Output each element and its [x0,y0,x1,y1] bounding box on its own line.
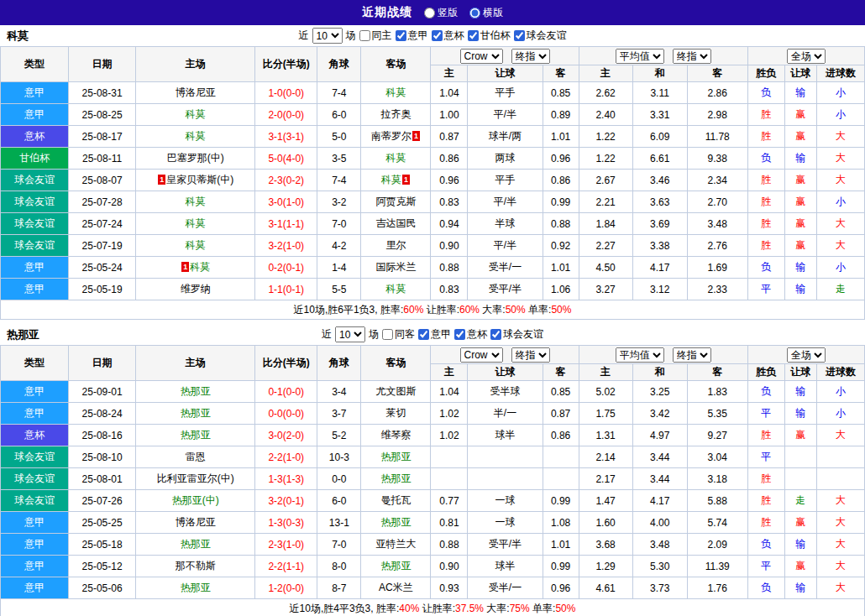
away-team-cell: 莱切 [361,403,431,425]
avg-odds-cell: 9.27 [687,425,747,446]
result-flag-cell: 输 [784,148,816,170]
filter-near-label: 近 [322,327,332,342]
odds-stage-select[interactable]: 终指 [511,49,550,64]
result-flag-cell [784,468,816,490]
column-header: 比分(半场) [255,47,317,82]
avg-stage-select[interactable]: 终指 [673,347,711,363]
filter-checkbox[interactable] [514,30,525,41]
avg-stage-select[interactable]: 终指 [673,49,711,64]
odds-value-cell: 0.99 [543,556,579,577]
avg-odds-cell: 1.31 [579,425,632,446]
avg-odds-cell: 2.27 [579,235,632,257]
scope-select[interactable]: 全场 [787,49,826,64]
result-flag-cell: 赢 [784,512,816,534]
result-flag-cell: 小 [816,191,864,213]
corner-cell: 7-0 [317,534,361,556]
corner-cell: 8-0 [317,556,361,577]
corner-cell: 3-4 [317,381,361,403]
odds-value-cell: 1.04 [431,381,468,403]
league-type-cell: 球会友谊 [1,170,69,191]
avg-source-select[interactable]: 平均值 [616,49,664,64]
layout-option-vertical[interactable]: 竖版 [424,6,458,20]
odds-value-cell: 1.01 [543,126,579,148]
layout-option-horizontal[interactable]: 横版 [469,6,503,20]
filter-checkbox[interactable] [396,30,406,41]
summary-text: 单率: [526,304,552,316]
filter-checkbox[interactable] [382,329,393,340]
filter-checkbox[interactable] [468,30,479,41]
team-section: 科莫近10场同主意甲意杯甘伯杯球会友谊类型日期主场比分(半场)角球客场Crow终… [0,25,865,320]
match-date: 25-08-01 [69,468,136,490]
filter-checkbox-option[interactable]: 同客 [382,327,415,342]
avg-odds-cell: 6.61 [632,148,687,170]
recent-count-select[interactable]: 10 [335,326,365,342]
odds-company-select[interactable]: Crow [460,347,503,363]
result-flag-cell [784,446,816,468]
filter-checkbox[interactable] [359,30,370,41]
filter-checkbox-option[interactable]: 意杯 [432,29,464,43]
score-cell: 0-0(0-0) [255,403,317,425]
matches-table: 类型日期主场比分(半场)角球客场Crow终指平均值终指全场主让球客主和客胜负让球… [0,345,865,616]
odds-value-cell: 0.88 [431,534,468,556]
team-text: 莱切 [385,407,406,419]
odds-value-cell: 受半/一 [468,257,543,279]
avg-source-select[interactable]: 平均值 [616,347,664,363]
avg-odds-cell: 2.34 [687,170,747,191]
odds-value-cell: 球半 [468,425,543,446]
odds-value-cell: 0.85 [543,82,579,104]
red-card-badge: 1 [181,262,189,272]
odds-value-cell [468,446,543,468]
away-team-cell: 热那亚 [361,468,431,490]
odds-stage-select[interactable]: 终指 [511,347,550,363]
filter-checkbox[interactable] [432,30,443,41]
horizontal-layout-radio[interactable] [469,8,480,18]
odds-value-cell: 0.83 [431,279,468,300]
column-header: 日期 [69,346,136,381]
filter-checkbox[interactable] [418,329,429,340]
filter-checkbox-option[interactable]: 甘伯杯 [468,29,511,43]
odds-value-cell: 受平/半 [468,534,543,556]
home-team-cell: 1科莫 [136,257,255,279]
filter-checkbox-label: 同主 [372,29,392,43]
result-flag-cell: 大 [816,490,864,512]
filter-checkbox-option[interactable]: 意甲 [418,327,451,342]
avg-odds-cell: 11.39 [687,556,747,577]
result-flag-cell: 走 [816,279,864,300]
odds-value-cell: 0.86 [543,425,579,446]
home-team-cell: 科莫 [136,191,255,213]
team-text: 那不勒斯 [176,560,216,572]
filter-checkbox-option[interactable]: 球会友谊 [490,327,543,342]
filter-checkbox[interactable] [454,329,465,340]
league-type-cell: 意甲 [1,104,69,126]
summary-percent: 60% [459,304,480,316]
odds-value-cell: 受半球 [468,381,543,403]
recent-count-select[interactable]: 10 [312,28,343,44]
match-row: 球会友谊25-07-24科莫3-1(1-1)7-0吉达国民0.94半球0.881… [1,213,865,235]
avg-odds-cell: 11.78 [687,126,747,148]
avg-odds-cell: 4.97 [632,425,687,446]
team-text: 科莫 [385,86,406,98]
score-cell: 1-0(0-0) [255,82,317,104]
odds-company-select[interactable]: Crow [460,49,503,64]
away-team-cell: 科莫 [361,82,431,104]
match-date: 25-05-19 [69,279,136,300]
filter-checkbox-option[interactable]: 意甲 [396,29,428,43]
avg-odds-cell: 3.69 [632,213,687,235]
result-flag-cell: 大 [816,534,864,556]
score-cell: 3-2(0-1) [255,490,317,512]
result-flag-cell: 胜 [747,490,784,512]
result-flag-cell: 负 [747,82,784,104]
scope-select[interactable]: 全场 [787,347,826,363]
avg-odds-cell: 5.30 [632,556,687,577]
avg-odds-cell: 1.69 [687,257,747,279]
filter-checkbox-option[interactable]: 同主 [359,29,392,43]
result-flag-cell: 胜 [747,191,784,213]
filter-checkbox[interactable] [490,329,501,340]
match-date: 25-08-24 [69,403,136,425]
result-flag-cell: 赢 [784,556,816,577]
red-card-badge: 1 [402,175,410,185]
vertical-layout-radio[interactable] [424,8,435,18]
avg-odds-cell: 2.09 [687,534,747,556]
filter-checkbox-option[interactable]: 球会友谊 [514,29,567,43]
filter-checkbox-option[interactable]: 意杯 [454,327,487,342]
